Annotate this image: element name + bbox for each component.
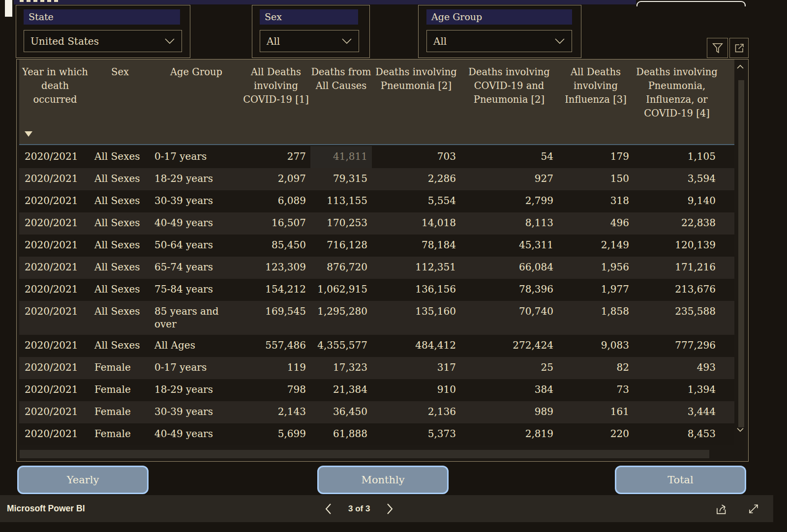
table-row: 2020/2021Female0-17 years11917,323317258… <box>19 357 734 379</box>
table-cell: 30-39 years <box>151 401 242 423</box>
table-cell: 85,450 <box>242 235 310 257</box>
sex-dropdown[interactable]: All <box>260 30 359 52</box>
table-cell: 798 <box>242 379 310 401</box>
table-row: 2020/2021Female40-49 years5,69961,8885,3… <box>19 423 734 445</box>
table-cell: 0-17 years <box>151 146 242 168</box>
table-cell: 213,676 <box>634 279 720 301</box>
table-cell: All Sexes <box>89 235 151 257</box>
table-cell: 2020/2021 <box>21 401 89 423</box>
table-cell: 54 <box>460 146 558 168</box>
chevron-left-icon[interactable] <box>325 503 332 515</box>
table-cell: 2020/2021 <box>21 168 89 190</box>
sort-descending-caret[interactable] <box>25 131 32 137</box>
table-cell: 777,296 <box>634 335 720 357</box>
table-cell: 65-74 years <box>151 257 242 279</box>
table-cell: 235,588 <box>634 301 720 335</box>
table-cell: 5,554 <box>372 190 460 212</box>
top-left-white-chip <box>5 0 12 17</box>
table-cell: 927 <box>460 168 558 190</box>
column-header[interactable]: Deaths involving COVID-19 and Pneumonia … <box>460 59 558 144</box>
table-cell: 910 <box>372 379 460 401</box>
state-dropdown-value: United States <box>30 35 99 47</box>
table-body: 2020/2021All Sexes0-17 years27741,811703… <box>19 146 734 445</box>
column-header[interactable]: Deaths involving Pneumonia [2] <box>372 59 460 144</box>
table-cell: 171,216 <box>634 257 720 279</box>
fullscreen-button[interactable] <box>747 495 760 522</box>
table-cell: 1,062,915 <box>310 279 372 301</box>
table-cell: 8,453 <box>634 423 720 445</box>
state-dropdown[interactable]: United States <box>24 30 182 52</box>
table-cell: 277 <box>242 146 310 168</box>
focus-mode-icon <box>733 42 745 54</box>
table-cell: 50-64 years <box>151 235 242 257</box>
table-row: 2020/2021All Sexes30-39 years6,089113,15… <box>19 190 734 212</box>
chevron-right-icon[interactable] <box>387 503 394 515</box>
table-cell: 2020/2021 <box>21 301 89 335</box>
monthly-button[interactable]: Monthly <box>317 466 449 494</box>
column-header[interactable]: Deaths involving Pneumonia, Influenza, o… <box>634 59 720 144</box>
table-cell: 3,594 <box>634 168 720 190</box>
table-cell: 5,373 <box>372 423 460 445</box>
powerbi-footer-bar: Microsoft Power BI 3 of 3 <box>0 495 773 522</box>
table-cell: 3,444 <box>634 401 720 423</box>
total-button-label: Total <box>667 474 694 486</box>
table-cell: 2,136 <box>372 401 460 423</box>
table-cell: 150 <box>558 168 634 190</box>
table-cell: 2,097 <box>242 168 310 190</box>
yearly-button-label: Yearly <box>67 474 99 486</box>
table-cell: 2,143 <box>242 401 310 423</box>
filter-button[interactable] <box>707 38 728 58</box>
top-right-clipped-button[interactable] <box>636 1 746 6</box>
column-header[interactable]: Sex <box>89 59 151 144</box>
table-cell: 25 <box>460 357 558 379</box>
table-cell: 179 <box>558 146 634 168</box>
table-cell: 78,184 <box>372 235 460 257</box>
table-cell: 40-49 years <box>151 212 242 235</box>
table-cell: Female <box>89 401 151 423</box>
age-group-dropdown[interactable]: All <box>426 30 572 52</box>
table-cell: 45,311 <box>460 235 558 257</box>
top-title-bar <box>14 0 636 4</box>
table-cell: 1,977 <box>558 279 634 301</box>
table-cell: All Sexes <box>89 190 151 212</box>
table-cell: 136,156 <box>372 279 460 301</box>
column-header[interactable]: All Deaths involving Influenza [3] <box>558 59 634 144</box>
yearly-button[interactable]: Yearly <box>17 466 149 494</box>
sex-slicer-card: Sex All <box>252 5 370 58</box>
vertical-scrollbar-thumb[interactable] <box>738 80 744 427</box>
table-cell: 0-17 years <box>151 357 242 379</box>
table-cell: 2,286 <box>372 168 460 190</box>
table-row: 2020/2021All Sexes40-49 years16,507170,2… <box>19 212 734 235</box>
table-cell: Female <box>89 423 151 445</box>
chevron-down-icon[interactable] <box>736 427 745 436</box>
table-cell: 22,838 <box>634 212 720 235</box>
table-row: 2020/2021All Sexes50-64 years85,450716,1… <box>19 235 734 257</box>
page-navigation: 3 of 3 <box>325 495 394 522</box>
column-header[interactable]: Deaths from All Causes <box>310 59 372 144</box>
chevron-down-icon <box>341 38 352 44</box>
table-cell: 41,811 <box>310 146 372 168</box>
sex-slicer-title: Sex <box>260 9 358 25</box>
table-cell: 18-29 years <box>151 379 242 401</box>
share-button[interactable] <box>714 495 729 522</box>
table-cell: 120,139 <box>634 235 720 257</box>
total-button[interactable]: Total <box>615 466 746 494</box>
table-cell: 73 <box>558 379 634 401</box>
monthly-button-label: Monthly <box>361 474 404 486</box>
horizontal-scrollbar-thumb[interactable] <box>20 450 709 458</box>
column-header[interactable]: Age Group <box>151 59 242 144</box>
column-header[interactable]: All Deaths involving COVID-19 [1] <box>242 59 310 144</box>
table-cell: 1,956 <box>558 257 634 279</box>
table-row: 2020/2021All Sexes85 years and over169,5… <box>19 301 734 335</box>
table-cell: Female <box>89 357 151 379</box>
table-cell: 1,858 <box>558 301 634 335</box>
chevron-up-icon[interactable] <box>736 64 745 73</box>
funnel-icon <box>711 42 724 55</box>
table-header-row: Year in which death occurredSexAge Group… <box>19 59 734 145</box>
table-cell: 272,424 <box>460 335 558 357</box>
table-cell: 113,155 <box>310 190 372 212</box>
table-cell: 2020/2021 <box>21 235 89 257</box>
focus-mode-button[interactable] <box>729 38 749 58</box>
table-row: 2020/2021All Sexes18-29 years2,09779,315… <box>19 168 734 190</box>
table-cell: 61,888 <box>310 423 372 445</box>
